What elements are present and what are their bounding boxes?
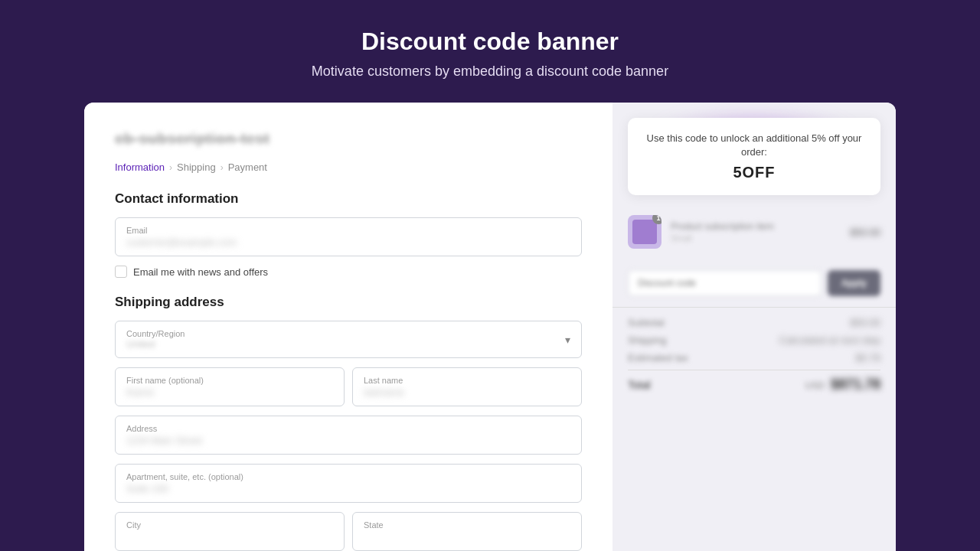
shipping-section-title: Shipping address	[115, 295, 582, 310]
address-label: Address	[126, 424, 570, 433]
address-value: 1234 Main Street	[126, 435, 570, 446]
breadcrumb-sep-1: ›	[169, 162, 172, 173]
tax-label: Estimated tax	[628, 352, 688, 364]
discount-banner: Use this code to unlock an additional 5%…	[628, 118, 880, 195]
newsletter-label: Email me with news and offers	[133, 266, 268, 278]
apt-field-group: Apartment, suite, etc. (optional) Suite …	[115, 464, 582, 503]
city-state-row: City State	[115, 512, 582, 551]
checkout-panel: cb-subscription-test Information › Shipp…	[84, 103, 612, 551]
address-field-group: Address 1234 Main Street	[115, 416, 582, 455]
tax-row: Estimated tax $0.78	[628, 352, 880, 364]
grand-label: Total	[628, 379, 651, 391]
shipping-value: Calculated at next step	[779, 334, 880, 346]
city-label: City	[126, 520, 333, 530]
item-thumbnail-inner	[632, 220, 657, 244]
item-info: Product subscription item Small	[671, 221, 841, 243]
discount-code-input[interactable]	[628, 270, 822, 296]
order-panel: Use this code to unlock an additional 5%…	[612, 103, 896, 551]
first-name-value: fname	[126, 386, 333, 398]
item-thumbnail: 1	[628, 215, 662, 249]
subtotal-label: Subtotal	[628, 317, 665, 328]
newsletter-checkbox[interactable]	[115, 266, 127, 278]
country-value: United	[126, 338, 185, 350]
apt-value: Suite 100	[126, 483, 570, 494]
chevron-down-icon: ▾	[565, 334, 570, 346]
email-label: Email	[126, 226, 570, 235]
item-variant: Small	[671, 233, 841, 243]
breadcrumb-sep-2: ›	[220, 162, 224, 173]
grand-currency: USD	[805, 380, 825, 391]
shipping-label: Shipping	[628, 334, 667, 346]
breadcrumb-information[interactable]: Information	[115, 161, 165, 173]
order-item: 1 Product subscription item Small $50.00	[628, 215, 880, 249]
newsletter-row: Email me with news and offers	[115, 266, 582, 278]
discount-banner-wrapper: Use this code to unlock an additional 5%…	[612, 103, 896, 203]
breadcrumb-payment[interactable]: Payment	[228, 161, 267, 173]
discount-banner-text: Use this code to unlock an additional 5%…	[643, 132, 865, 159]
subtotal-row: Subtotal $50.00	[628, 317, 880, 328]
email-field-box[interactable]: Email customer@example.com	[115, 217, 582, 256]
tax-value: $0.78	[855, 352, 880, 364]
country-select-inner: Country/Region United	[126, 329, 185, 350]
subtotal-value: $50.00	[850, 317, 880, 328]
shipping-row: Shipping Calculated at next step	[628, 334, 880, 346]
email-value: customer@example.com	[126, 236, 570, 248]
grand-value: $871.78	[831, 377, 880, 393]
country-select[interactable]: Country/Region United ▾	[115, 321, 582, 358]
grand-value-wrapper: USD $871.78	[805, 377, 880, 393]
last-name-field[interactable]: Last name lastname	[352, 367, 582, 406]
apt-label: Apartment, suite, etc. (optional)	[126, 472, 570, 481]
state-value	[364, 531, 570, 543]
page-title: Discount code banner	[312, 28, 668, 56]
city-field[interactable]: City	[115, 512, 345, 551]
breadcrumb-shipping[interactable]: Shipping	[177, 161, 216, 173]
shipping-section: Shipping address Country/Region United ▾…	[115, 295, 582, 551]
apt-field[interactable]: Apartment, suite, etc. (optional) Suite …	[115, 464, 582, 503]
email-field-group: Email customer@example.com	[115, 217, 582, 256]
discount-input-row: Apply	[612, 262, 896, 304]
apply-discount-button[interactable]: Apply	[828, 270, 880, 296]
country-label: Country/Region	[126, 329, 185, 338]
breadcrumb: Information › Shipping › Payment	[115, 161, 582, 173]
main-card: cb-subscription-test Information › Shipp…	[84, 103, 896, 551]
name-row: First name (optional) fname Last name la…	[115, 367, 582, 406]
first-name-label: First name (optional)	[126, 376, 333, 385]
store-name: cb-subscription-test	[115, 130, 582, 148]
order-items: 1 Product subscription item Small $50.00	[612, 203, 896, 259]
first-name-field[interactable]: First name (optional) fname	[115, 367, 345, 406]
city-value	[126, 531, 333, 543]
grand-total-row: Total USD $871.78	[628, 370, 880, 393]
state-field[interactable]: State	[352, 512, 582, 551]
page-subtitle: Motivate customers by embedding a discou…	[312, 64, 668, 80]
last-name-label: Last name	[364, 376, 570, 385]
item-price: $50.00	[850, 227, 880, 238]
discount-code: 5OFF	[643, 164, 865, 181]
last-name-value: lastname	[364, 386, 570, 398]
page-header: Discount code banner Motivate customers …	[296, 0, 684, 103]
contact-section-title: Contact information	[115, 191, 582, 207]
state-label: State	[364, 520, 570, 530]
order-totals: Subtotal $50.00 Shipping Calculated at n…	[612, 307, 896, 399]
address-field[interactable]: Address 1234 Main Street	[115, 416, 582, 455]
item-name: Product subscription item	[671, 221, 841, 232]
